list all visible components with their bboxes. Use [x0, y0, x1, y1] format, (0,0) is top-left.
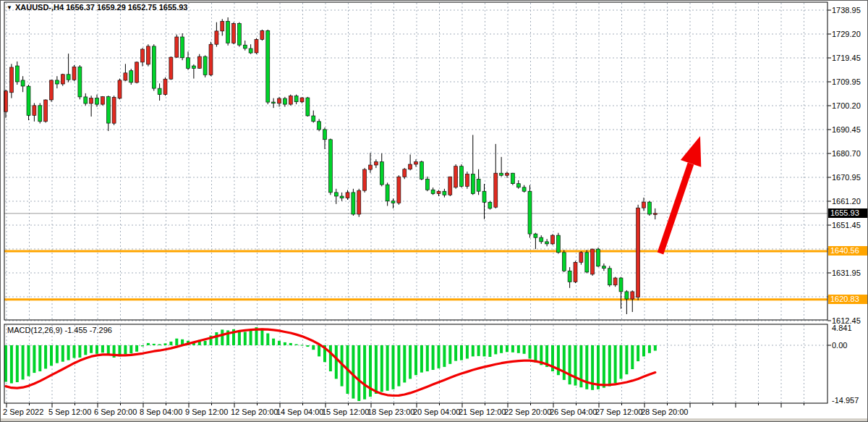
candle — [511, 173, 514, 184]
time-tick-label: 28 Sep 20:00 — [641, 408, 688, 417]
candle — [443, 191, 446, 195]
macd-bar — [306, 345, 309, 347]
candle — [9, 67, 13, 93]
candle — [197, 56, 201, 68]
macd-bar — [642, 345, 645, 356]
candle — [647, 202, 651, 214]
candle — [562, 253, 566, 271]
trading-chart-window: ▼XAUUSD-,H4 1656.37 1659.29 1652.75 1655… — [0, 0, 868, 422]
price-tick-label: 1661.20 — [832, 197, 868, 206]
candle — [425, 179, 429, 190]
candle — [84, 97, 88, 104]
macd-bar — [637, 345, 639, 361]
candle — [602, 266, 605, 269]
candle — [278, 98, 281, 104]
candle — [232, 23, 236, 43]
candle — [397, 177, 401, 203]
candle — [500, 173, 503, 175]
level-price-badge: 1620.83 — [828, 295, 868, 304]
candle — [237, 23, 241, 45]
macd-bar — [500, 345, 503, 353]
candle — [471, 174, 475, 194]
macd-bar — [84, 345, 87, 355]
candle — [50, 80, 54, 100]
candle — [181, 37, 184, 58]
macd-bar — [95, 345, 98, 354]
candle — [312, 116, 315, 122]
candle — [135, 62, 139, 83]
macd-bar — [472, 345, 475, 356]
macd-bar — [147, 343, 150, 345]
macd-bar — [169, 342, 172, 345]
candle — [540, 237, 543, 242]
candle — [431, 190, 435, 193]
macd-zero-label: 0.00 — [832, 341, 868, 350]
candle — [72, 67, 76, 80]
macd-bar — [141, 345, 144, 347]
candle — [574, 262, 577, 282]
macd-bar — [153, 344, 156, 345]
time-tick-label: 5 Sep 12:00 — [48, 408, 91, 417]
macd-bar — [563, 345, 566, 380]
candle — [642, 202, 646, 208]
macd-bar — [608, 345, 611, 387]
symbol-dropdown-icon[interactable]: ▼ — [7, 3, 12, 12]
macd-bar — [289, 343, 292, 345]
candle — [260, 30, 264, 39]
candle — [516, 184, 520, 187]
macd-bar — [221, 329, 224, 345]
candle — [528, 191, 532, 234]
macd-bar — [386, 345, 389, 391]
macd-bar — [135, 345, 138, 352]
candle — [619, 278, 623, 292]
candle — [534, 234, 537, 237]
macd-bar — [654, 345, 657, 351]
macd-bar — [534, 345, 537, 363]
time-tick-label: 22 Sep 20:00 — [504, 408, 551, 417]
macd-bar — [56, 345, 59, 363]
macd-bar — [523, 345, 526, 354]
macd-bar — [603, 345, 605, 388]
candle — [494, 173, 498, 207]
macd-bar — [454, 345, 457, 361]
macd-bar — [460, 345, 463, 360]
chart-canvas[interactable] — [1, 1, 868, 422]
macd-bar — [414, 345, 417, 375]
macd-bar — [631, 345, 634, 369]
price-tick-label: 1651.45 — [832, 221, 868, 230]
macd-bar — [158, 345, 161, 346]
candle — [15, 66, 19, 82]
candle — [477, 179, 480, 191]
time-tick-label: 18 Sep 23:00 — [367, 408, 414, 417]
macd-min-label: -14.957 — [832, 396, 868, 405]
macd-bar — [380, 345, 383, 392]
price-tick-label: 1709.95 — [832, 77, 868, 87]
macd-bar — [511, 345, 514, 353]
price-tick-label: 1700.20 — [832, 101, 868, 111]
macd-bar — [329, 345, 332, 371]
candle — [448, 177, 452, 195]
macd-bar — [272, 339, 275, 345]
macd-bar — [529, 345, 532, 359]
candle — [67, 75, 70, 80]
candle — [352, 193, 355, 214]
candle — [289, 96, 292, 105]
candle — [346, 193, 349, 198]
candle — [488, 202, 492, 208]
time-tick-label: 8 Sep 04:00 — [140, 408, 182, 417]
candle — [61, 75, 64, 84]
candle — [249, 48, 252, 53]
candle — [33, 106, 36, 116]
macd-bar — [266, 334, 269, 346]
candle — [209, 44, 213, 75]
macd-bar — [44, 345, 47, 368]
candle — [266, 30, 270, 102]
candle — [460, 166, 464, 187]
candle — [101, 97, 104, 105]
candle — [90, 98, 93, 104]
candle — [391, 201, 395, 203]
price-tick-label: 1729.20 — [832, 30, 868, 39]
time-tick-label: 26 Sep 04:00 — [550, 408, 597, 417]
macd-bar — [129, 345, 132, 353]
level-price-badge: 1640.56 — [828, 246, 868, 256]
